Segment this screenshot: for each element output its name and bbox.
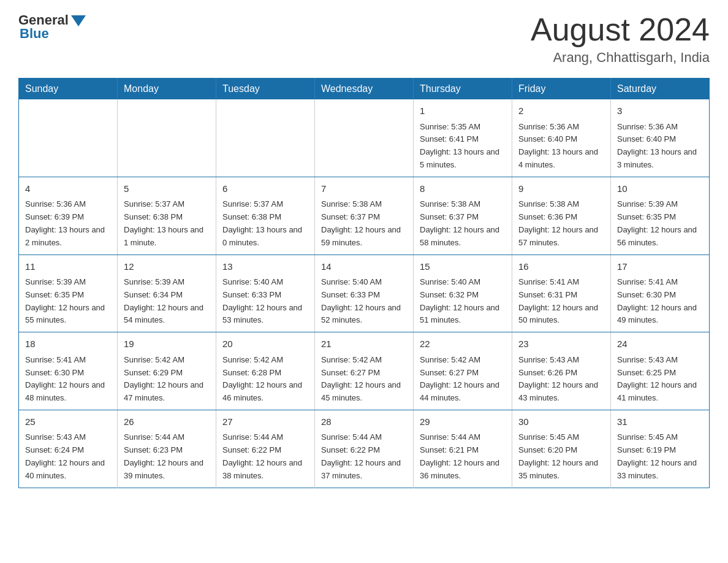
calendar-cell: 26Sunrise: 5:44 AM Sunset: 6:23 PM Dayli…: [118, 410, 216, 488]
day-info: Sunrise: 5:41 AM Sunset: 6:31 PM Dayligh…: [518, 276, 604, 327]
day-number: 7: [321, 182, 407, 196]
calendar-cell: [19, 99, 118, 177]
day-number: 10: [617, 182, 703, 196]
day-number: 26: [124, 415, 210, 429]
day-number: 8: [420, 182, 506, 196]
day-number: 17: [617, 260, 703, 274]
calendar-cell: 24Sunrise: 5:43 AM Sunset: 6:25 PM Dayli…: [611, 332, 710, 410]
day-info: Sunrise: 5:39 AM Sunset: 6:35 PM Dayligh…: [617, 198, 703, 249]
day-number: 20: [222, 337, 308, 351]
month-title: August 2024: [531, 12, 710, 47]
day-of-week-header: Tuesday: [216, 79, 315, 100]
calendar-cell: 3Sunrise: 5:36 AM Sunset: 6:40 PM Daylig…: [611, 99, 710, 177]
calendar-cell: [315, 99, 414, 177]
calendar-cell: 4Sunrise: 5:36 AM Sunset: 6:39 PM Daylig…: [19, 177, 118, 255]
day-info: Sunrise: 5:44 AM Sunset: 6:22 PM Dayligh…: [321, 431, 407, 482]
calendar-cell: [118, 99, 216, 177]
day-info: Sunrise: 5:38 AM Sunset: 6:37 PM Dayligh…: [420, 198, 506, 249]
calendar-cell: 20Sunrise: 5:42 AM Sunset: 6:28 PM Dayli…: [216, 332, 315, 410]
calendar-cell: 13Sunrise: 5:40 AM Sunset: 6:33 PM Dayli…: [216, 255, 315, 332]
day-number: 18: [25, 337, 111, 351]
day-number: 15: [420, 260, 506, 274]
calendar-cell: 16Sunrise: 5:41 AM Sunset: 6:31 PM Dayli…: [512, 255, 611, 332]
day-info: Sunrise: 5:44 AM Sunset: 6:22 PM Dayligh…: [222, 431, 308, 482]
day-of-week-header: Sunday: [19, 79, 118, 100]
day-info: Sunrise: 5:41 AM Sunset: 6:30 PM Dayligh…: [25, 354, 111, 405]
day-info: Sunrise: 5:35 AM Sunset: 6:41 PM Dayligh…: [420, 121, 506, 172]
calendar-cell: 19Sunrise: 5:42 AM Sunset: 6:29 PM Dayli…: [118, 332, 216, 410]
day-info: Sunrise: 5:43 AM Sunset: 6:24 PM Dayligh…: [25, 431, 111, 482]
day-info: Sunrise: 5:39 AM Sunset: 6:34 PM Dayligh…: [124, 276, 210, 327]
day-of-week-header: Friday: [512, 79, 611, 100]
day-info: Sunrise: 5:42 AM Sunset: 6:27 PM Dayligh…: [420, 354, 506, 405]
calendar-cell: 21Sunrise: 5:42 AM Sunset: 6:27 PM Dayli…: [315, 332, 414, 410]
day-number: 23: [518, 337, 604, 351]
day-number: 31: [617, 415, 703, 429]
calendar-cell: 7Sunrise: 5:38 AM Sunset: 6:37 PM Daylig…: [315, 177, 414, 255]
day-of-week-header: Wednesday: [315, 79, 414, 100]
day-info: Sunrise: 5:36 AM Sunset: 6:39 PM Dayligh…: [25, 198, 111, 249]
calendar-cell: 27Sunrise: 5:44 AM Sunset: 6:22 PM Dayli…: [216, 410, 315, 488]
calendar-week-row: 1Sunrise: 5:35 AM Sunset: 6:41 PM Daylig…: [19, 99, 710, 177]
day-info: Sunrise: 5:43 AM Sunset: 6:26 PM Dayligh…: [518, 354, 604, 405]
calendar-cell: 1Sunrise: 5:35 AM Sunset: 6:41 PM Daylig…: [414, 99, 512, 177]
page-header: General Blue August 2024 Arang, Chhattis…: [18, 12, 710, 66]
day-info: Sunrise: 5:43 AM Sunset: 6:25 PM Dayligh…: [617, 354, 703, 405]
calendar-table: SundayMondayTuesdayWednesdayThursdayFrid…: [18, 78, 710, 488]
day-number: 21: [321, 337, 407, 351]
day-info: Sunrise: 5:45 AM Sunset: 6:19 PM Dayligh…: [617, 431, 703, 482]
day-number: 27: [222, 415, 308, 429]
calendar-cell: 30Sunrise: 5:45 AM Sunset: 6:20 PM Dayli…: [512, 410, 611, 488]
calendar-cell: 17Sunrise: 5:41 AM Sunset: 6:30 PM Dayli…: [611, 255, 710, 332]
calendar-cell: 23Sunrise: 5:43 AM Sunset: 6:26 PM Dayli…: [512, 332, 611, 410]
calendar-cell: 12Sunrise: 5:39 AM Sunset: 6:34 PM Dayli…: [118, 255, 216, 332]
calendar-cell: 8Sunrise: 5:38 AM Sunset: 6:37 PM Daylig…: [414, 177, 512, 255]
day-number: 9: [518, 182, 604, 196]
calendar-week-row: 18Sunrise: 5:41 AM Sunset: 6:30 PM Dayli…: [19, 332, 710, 410]
calendar-cell: 25Sunrise: 5:43 AM Sunset: 6:24 PM Dayli…: [19, 410, 118, 488]
calendar-week-row: 4Sunrise: 5:36 AM Sunset: 6:39 PM Daylig…: [19, 177, 710, 255]
day-number: 16: [518, 260, 604, 274]
day-info: Sunrise: 5:41 AM Sunset: 6:30 PM Dayligh…: [617, 276, 703, 327]
day-number: 4: [25, 182, 111, 196]
day-info: Sunrise: 5:38 AM Sunset: 6:37 PM Dayligh…: [321, 198, 407, 249]
day-info: Sunrise: 5:39 AM Sunset: 6:35 PM Dayligh…: [25, 276, 111, 327]
day-number: 25: [25, 415, 111, 429]
day-number: 24: [617, 337, 703, 351]
calendar-week-row: 11Sunrise: 5:39 AM Sunset: 6:35 PM Dayli…: [19, 255, 710, 332]
day-number: 28: [321, 415, 407, 429]
day-number: 11: [25, 260, 111, 274]
day-number: 2: [518, 104, 604, 118]
logo-blue: Blue: [20, 26, 49, 42]
day-info: Sunrise: 5:45 AM Sunset: 6:20 PM Dayligh…: [518, 431, 604, 482]
day-number: 13: [222, 260, 308, 274]
day-of-week-header: Saturday: [611, 79, 710, 100]
calendar-cell: 10Sunrise: 5:39 AM Sunset: 6:35 PM Dayli…: [611, 177, 710, 255]
day-number: 14: [321, 260, 407, 274]
calendar-cell: 6Sunrise: 5:37 AM Sunset: 6:38 PM Daylig…: [216, 177, 315, 255]
day-info: Sunrise: 5:38 AM Sunset: 6:36 PM Dayligh…: [518, 198, 604, 249]
day-info: Sunrise: 5:40 AM Sunset: 6:33 PM Dayligh…: [321, 276, 407, 327]
day-number: 30: [518, 415, 604, 429]
day-of-week-header: Monday: [118, 79, 216, 100]
day-number: 1: [420, 104, 506, 118]
day-info: Sunrise: 5:40 AM Sunset: 6:33 PM Dayligh…: [222, 276, 308, 327]
day-number: 6: [222, 182, 308, 196]
day-info: Sunrise: 5:44 AM Sunset: 6:21 PM Dayligh…: [420, 431, 506, 482]
location: Arang, Chhattisgarh, India: [531, 50, 710, 66]
day-info: Sunrise: 5:37 AM Sunset: 6:38 PM Dayligh…: [222, 198, 308, 249]
calendar-cell: 18Sunrise: 5:41 AM Sunset: 6:30 PM Dayli…: [19, 332, 118, 410]
calendar-cell: 28Sunrise: 5:44 AM Sunset: 6:22 PM Dayli…: [315, 410, 414, 488]
day-number: 22: [420, 337, 506, 351]
calendar-cell: 5Sunrise: 5:37 AM Sunset: 6:38 PM Daylig…: [118, 177, 216, 255]
calendar-cell: 9Sunrise: 5:38 AM Sunset: 6:36 PM Daylig…: [512, 177, 611, 255]
day-number: 12: [124, 260, 210, 274]
day-info: Sunrise: 5:40 AM Sunset: 6:32 PM Dayligh…: [420, 276, 506, 327]
title-block: August 2024 Arang, Chhattisgarh, India: [531, 12, 710, 66]
logo-arrow-icon: [71, 15, 86, 26]
calendar-cell: 2Sunrise: 5:36 AM Sunset: 6:40 PM Daylig…: [512, 99, 611, 177]
calendar-header-row: SundayMondayTuesdayWednesdayThursdayFrid…: [19, 79, 710, 100]
day-info: Sunrise: 5:36 AM Sunset: 6:40 PM Dayligh…: [617, 121, 703, 172]
calendar-cell: 22Sunrise: 5:42 AM Sunset: 6:27 PM Dayli…: [414, 332, 512, 410]
day-info: Sunrise: 5:42 AM Sunset: 6:28 PM Dayligh…: [222, 354, 308, 405]
